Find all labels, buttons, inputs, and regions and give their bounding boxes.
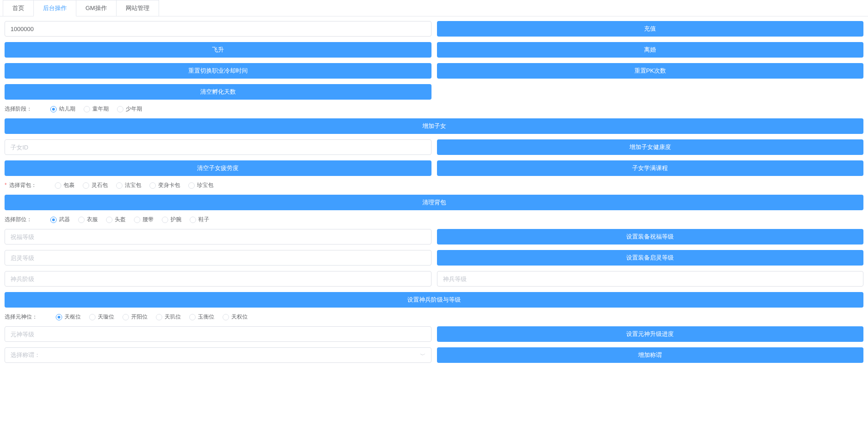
bag-option-label: 珍宝包 [197, 181, 213, 189]
yuanshen-option-label: 开阳位 [131, 313, 148, 321]
bag-radio-group: 包裹灵石包法宝包变身卡包珍宝包 [55, 181, 213, 189]
stage-option-0[interactable]: 幼儿期 [50, 105, 75, 113]
yuanshen-option-label: 天枢位 [64, 313, 81, 321]
shenbing-level-input[interactable] [437, 271, 864, 287]
yuanshen-option-label: 天玑位 [165, 313, 181, 321]
bag-label: 选择背包： [5, 181, 37, 189]
child-full-course-button[interactable]: 子女学满课程 [437, 160, 864, 176]
yuanshen-radio-group: 天枢位天璇位开阳位天玑位玉衡位天权位 [56, 313, 248, 321]
part-radio-group: 武器衣服头盔腰带护腕鞋子 [50, 216, 209, 223]
part-option-label: 腰带 [143, 216, 154, 223]
yuanshen-option-label: 天璇位 [98, 313, 114, 321]
ascend-button[interactable]: 飞升 [5, 42, 431, 58]
part-option-label: 护腕 [170, 216, 181, 223]
radio-icon [106, 217, 112, 223]
part-option-0[interactable]: 武器 [50, 216, 70, 223]
title-select[interactable]: 选择称谓： ﹀ [5, 347, 431, 363]
yuanshen-label: 选择元神位： [5, 313, 37, 321]
bag-option-label: 法宝包 [125, 181, 141, 189]
radio-icon [117, 106, 123, 112]
radio-icon [83, 182, 89, 189]
reset-job-cd-button[interactable]: 重置切换职业冷却时间 [5, 63, 431, 79]
set-bless-button[interactable]: 设置装备祝福等级 [437, 229, 864, 245]
bag-option-3[interactable]: 变身卡包 [149, 181, 180, 189]
radio-icon [189, 314, 196, 320]
yuanshen-level-input[interactable] [5, 326, 431, 342]
stage-option-1[interactable]: 童年期 [84, 105, 109, 113]
part-option-1[interactable]: 衣服 [78, 216, 98, 223]
part-option-2[interactable]: 头盔 [106, 216, 126, 223]
part-label: 选择部位： [5, 216, 32, 223]
part-field: 选择部位： 武器衣服头盔腰带护腕鞋子 [5, 216, 863, 223]
clear-child-fatigue-button[interactable]: 清空子女疲劳度 [5, 160, 431, 176]
recharge-input[interactable] [5, 21, 431, 37]
part-option-4[interactable]: 护腕 [162, 216, 181, 223]
radio-icon [56, 314, 62, 320]
tab-bar: 首页 后台操作 GM操作 网站管理 [0, 0, 868, 16]
radio-icon [55, 182, 61, 189]
radio-icon [78, 217, 85, 223]
radio-icon [190, 217, 196, 223]
stage-option-label: 少年期 [126, 105, 142, 113]
bag-option-4[interactable]: 珍宝包 [188, 181, 213, 189]
add-child-health-button[interactable]: 增加子女健康度 [437, 139, 864, 155]
tab-home[interactable]: 首页 [3, 0, 34, 16]
stage-radio-group: 幼儿期童年期少年期 [50, 105, 142, 113]
radio-icon [116, 182, 122, 189]
set-qiling-button[interactable]: 设置装备启灵等级 [437, 250, 864, 266]
radio-icon [156, 314, 162, 320]
radio-icon [134, 217, 140, 223]
part-option-label: 头盔 [115, 216, 126, 223]
bag-option-1[interactable]: 灵石包 [83, 181, 108, 189]
bag-option-label: 灵石包 [91, 181, 108, 189]
clear-hatch-button[interactable]: 清空孵化天数 [5, 84, 431, 100]
yuanshen-option-label: 玉衡位 [198, 313, 214, 321]
title-select-placeholder: 选择称谓： [11, 351, 40, 359]
main-content: 充值 飞升 离婚 重置切换职业冷却时间 重置PK次数 清空孵化天数 选择阶段： … [0, 16, 868, 373]
yuanshen-option-4[interactable]: 玉衡位 [189, 313, 214, 321]
bag-field: 选择背包： 包裹灵石包法宝包变身卡包珍宝包 [5, 181, 863, 189]
tab-gm[interactable]: GM操作 [76, 0, 117, 16]
radio-icon [50, 217, 57, 223]
part-option-label: 衣服 [87, 216, 98, 223]
radio-icon [50, 106, 57, 112]
qiling-level-input[interactable] [5, 250, 431, 266]
tab-site[interactable]: 网站管理 [116, 0, 159, 16]
set-yuanshen-button[interactable]: 设置元神升级进度 [437, 326, 864, 342]
set-shenbing-button[interactable]: 设置神兵阶级与等级 [5, 292, 863, 308]
stage-option-2[interactable]: 少年期 [117, 105, 142, 113]
radio-icon [149, 182, 156, 189]
stage-field: 选择阶段： 幼儿期童年期少年期 [5, 105, 863, 113]
reset-pk-button[interactable]: 重置PK次数 [437, 63, 864, 79]
bless-level-input[interactable] [5, 229, 431, 245]
part-option-5[interactable]: 鞋子 [190, 216, 209, 223]
bag-option-0[interactable]: 包裹 [55, 181, 75, 189]
bag-option-label: 包裹 [64, 181, 75, 189]
radio-icon [223, 314, 229, 320]
radio-icon [188, 182, 195, 189]
yuanshen-option-2[interactable]: 开阳位 [122, 313, 148, 321]
add-title-button[interactable]: 增加称谓 [437, 347, 864, 363]
clear-bag-button[interactable]: 清理背包 [5, 195, 863, 210]
yuanshen-field: 选择元神位： 天枢位天璇位开阳位天玑位玉衡位天权位 [5, 313, 863, 321]
part-option-3[interactable]: 腰带 [134, 216, 154, 223]
bag-option-2[interactable]: 法宝包 [116, 181, 141, 189]
chevron-down-icon: ﹀ [420, 351, 426, 359]
stage-option-label: 幼儿期 [59, 105, 75, 113]
recharge-button[interactable]: 充值 [437, 21, 864, 37]
stage-option-label: 童年期 [92, 105, 109, 113]
add-child-button[interactable]: 增加子女 [5, 118, 863, 134]
stage-label: 选择阶段： [5, 105, 32, 113]
bag-option-label: 变身卡包 [158, 181, 180, 189]
child-id-input[interactable] [5, 139, 431, 155]
yuanshen-option-0[interactable]: 天枢位 [56, 313, 81, 321]
tab-backend[interactable]: 后台操作 [33, 0, 76, 16]
yuanshen-option-5[interactable]: 天权位 [223, 313, 248, 321]
yuanshen-option-3[interactable]: 天玑位 [156, 313, 181, 321]
divorce-button[interactable]: 离婚 [437, 42, 864, 58]
yuanshen-option-1[interactable]: 天璇位 [89, 313, 114, 321]
radio-icon [84, 106, 90, 112]
shenbing-stage-input[interactable] [5, 271, 431, 287]
yuanshen-option-label: 天权位 [231, 313, 248, 321]
part-option-label: 鞋子 [198, 216, 209, 223]
